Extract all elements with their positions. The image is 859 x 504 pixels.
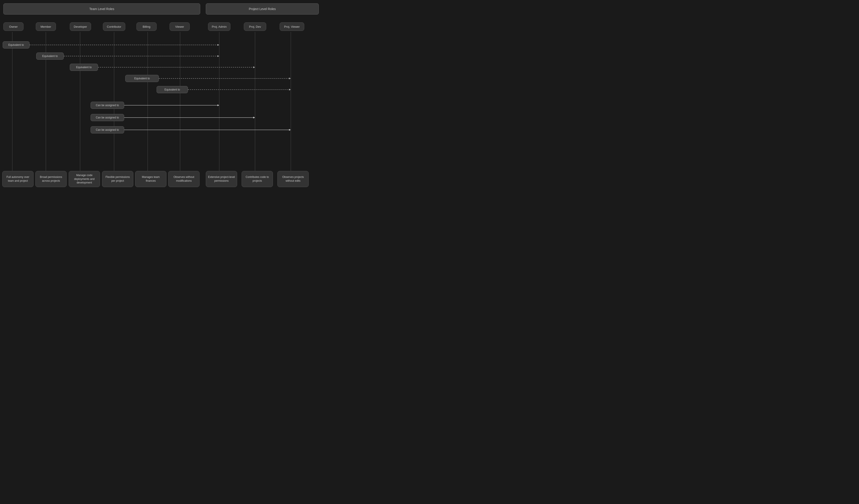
- desc-owner: Full autonomy over team and project: [2, 171, 33, 187]
- svg-marker-16: [289, 78, 291, 79]
- svg-marker-14: [253, 66, 255, 68]
- svg-marker-18: [289, 89, 291, 91]
- desc-proj-dev: Contributes code to projects: [242, 171, 273, 187]
- team-level-header: Team Level Roles: [3, 3, 200, 15]
- desc-developer: Manage code deployments and development: [69, 171, 100, 187]
- role-viewer: Viewer: [169, 22, 190, 31]
- role-owner: Owner: [3, 22, 24, 31]
- desc-proj-viewer: Observes projects without edits: [277, 171, 309, 187]
- equiv-contributor: Equivalent to: [125, 75, 159, 82]
- desc-billing: Manages team finances: [135, 171, 166, 187]
- role-developer: Developer: [70, 22, 91, 31]
- equiv-viewer: Equivalent to: [156, 86, 188, 93]
- role-member: Member: [36, 22, 56, 31]
- role-billing: Billing: [136, 22, 156, 31]
- role-contributor: Contributor: [103, 22, 125, 31]
- svg-marker-12: [217, 55, 219, 57]
- role-proj-viewer: Proj. Viewer: [280, 22, 304, 31]
- desc-proj-admin: Extensive project-level permissions: [206, 171, 237, 187]
- project-level-header: Project Level Roles: [206, 3, 319, 15]
- assign-proj-viewer: Can be assigned to: [91, 126, 124, 133]
- equiv-developer: Equivalent to: [70, 64, 98, 71]
- svg-marker-24: [289, 129, 291, 131]
- svg-marker-22: [253, 117, 255, 119]
- equiv-owner: Equivalent to: [3, 41, 30, 48]
- desc-viewer: Observes without modifications: [168, 171, 199, 187]
- role-proj-admin: Proj. Admin: [208, 22, 230, 31]
- equiv-member: Equivalent to: [36, 52, 64, 60]
- svg-marker-10: [217, 44, 219, 46]
- diagram: Team Level Roles Project Level Roles Own…: [0, 0, 322, 189]
- assign-proj-admin: Can be assigned to: [91, 102, 124, 109]
- svg-marker-20: [217, 105, 219, 106]
- desc-contributor: Flexible permissions per project: [102, 171, 133, 187]
- role-proj-dev: Proj. Dev: [244, 22, 266, 31]
- assign-proj-dev: Can be assigned to: [91, 114, 124, 121]
- desc-member: Broad permissions across projects: [35, 171, 67, 187]
